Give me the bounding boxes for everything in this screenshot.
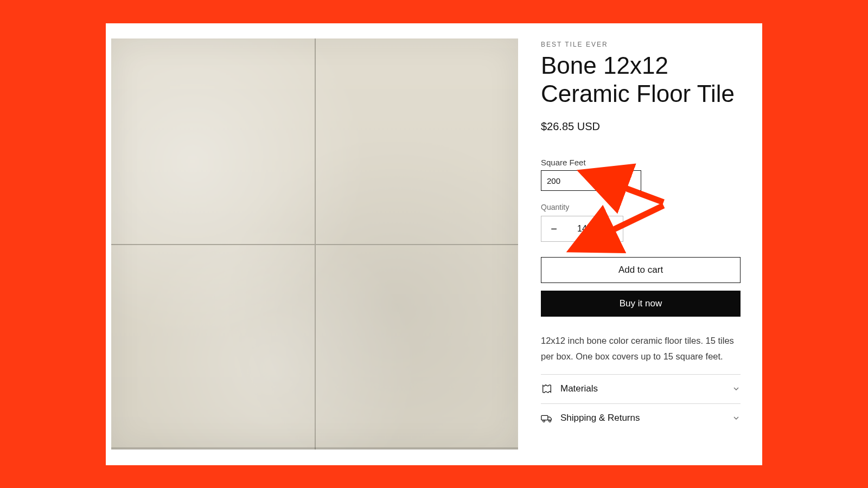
quantity-increase-button[interactable]: + [598, 216, 623, 241]
tile-shade [111, 38, 518, 450]
quantity-label: Quantity [541, 203, 752, 211]
vendor-label: BEST TILE EVER [541, 41, 752, 48]
product-image[interactable] [111, 38, 518, 450]
chevron-down-icon [732, 384, 741, 393]
accordion-row-shipping[interactable]: Shipping & Returns [541, 403, 741, 433]
accordion-label: Materials [560, 383, 724, 394]
product-details: BEST TILE EVER Bone 12x12 Ceramic Floor … [541, 38, 757, 465]
product-description: 12x12 inch bone color ceramic floor tile… [541, 333, 736, 364]
add-to-cart-button[interactable]: Add to cart [541, 257, 741, 283]
product-card: BEST TILE EVER Bone 12x12 Ceramic Floor … [106, 23, 762, 465]
quantity-decrease-button[interactable]: − [541, 216, 566, 241]
svg-point-2 [549, 420, 551, 422]
product-layout: BEST TILE EVER Bone 12x12 Ceramic Floor … [106, 23, 762, 465]
square-feet-input[interactable] [541, 170, 641, 191]
accordion-row-materials[interactable]: Materials [541, 374, 741, 403]
product-price: $26.85 USD [541, 120, 752, 133]
svg-rect-0 [541, 416, 548, 420]
chevron-down-icon [732, 414, 741, 422]
quantity-value: 14 [566, 224, 598, 234]
leather-icon [541, 383, 553, 395]
accordion-label: Shipping & Returns [560, 413, 724, 423]
product-title: Bone 12x12 Ceramic Floor Tile [541, 52, 752, 109]
product-accordion: Materials Shipping & Returns [541, 374, 741, 433]
svg-point-1 [543, 420, 545, 422]
quantity-stepper: − 14 + [541, 216, 623, 242]
truck-icon [541, 412, 553, 424]
square-feet-label: Square Feet [541, 158, 752, 167]
tile-bottom-edge [111, 447, 518, 450]
buy-now-button[interactable]: Buy it now [541, 291, 741, 317]
